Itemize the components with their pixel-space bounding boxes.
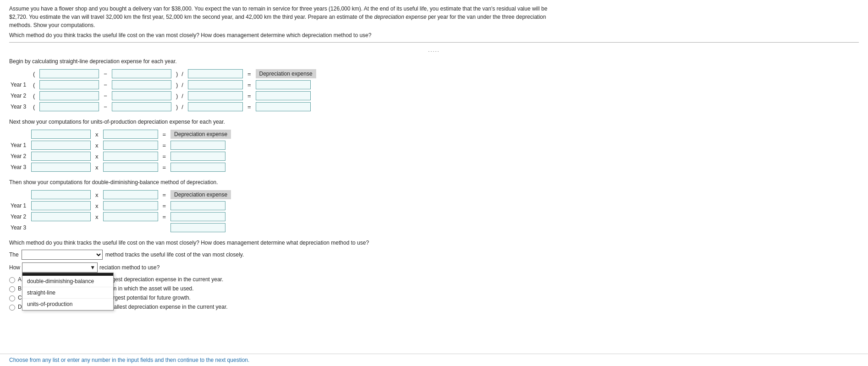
radio-row-b: B ciation method that reflects the patte…	[9, 285, 859, 292]
how-suffix: reciation method to use?	[99, 264, 159, 271]
uop-y2-input1[interactable]	[31, 152, 91, 161]
the-label: The	[9, 251, 19, 258]
ddb-header-input2[interactable]	[103, 190, 158, 199]
how-dropdown-trigger[interactable]: ▼	[22, 262, 98, 273]
uop-table: x = Depreciation expense Year 1 x = Year…	[9, 129, 232, 173]
radio-row-a: A reciation method that charges the larg…	[9, 276, 859, 283]
straight-line-table: ( − )/ = Depreciation expense Year 1 ( −…	[9, 68, 318, 112]
radio-c-prefix: C	[18, 295, 22, 301]
question-text: Which method do you think tracks the use…	[9, 32, 859, 38]
dropdown-item-ddb[interactable]: double-diminishing-balance	[22, 276, 113, 287]
sl-y3-input3[interactable]	[188, 102, 243, 111]
ddb-y2-input1[interactable]	[31, 212, 91, 221]
ddb-depr-header: Depreciation expense	[170, 190, 231, 199]
sl-y1-input1[interactable]	[39, 80, 99, 89]
which-method-question: Which method do you think tracks the use…	[9, 240, 859, 246]
uop-label: Next show your computations for units-of…	[9, 119, 859, 125]
uop-y2-input2[interactable]	[103, 152, 158, 161]
uop-y3-result[interactable]	[170, 163, 225, 172]
ddb-y2-input2[interactable]	[103, 212, 158, 221]
uop-header-input2[interactable]	[103, 130, 158, 139]
method-suffix: method tracks the useful life cost of th…	[105, 251, 244, 258]
sl-header-input3[interactable]	[188, 69, 243, 78]
uop-y3-input2[interactable]	[103, 163, 158, 172]
ddb-y1-input1[interactable]	[31, 201, 91, 210]
dropdown-item-sl[interactable]: straight-line	[22, 287, 113, 299]
radio-d-prefix: D	[18, 304, 22, 310]
chevron-down-icon: ▼	[90, 264, 95, 271]
uop-header-input1[interactable]	[31, 130, 91, 139]
uop-y1-input1[interactable]	[31, 141, 91, 150]
sl-y2-result[interactable]	[256, 91, 311, 100]
how-prefix: How	[9, 264, 20, 271]
sl-y3-result[interactable]	[256, 102, 311, 111]
sl-depr-header: Depreciation expense	[256, 69, 316, 78]
how-dropdown-list: double-diminishing-balance straight-line…	[22, 273, 114, 311]
ddb-year3-label: Year 3	[9, 222, 30, 233]
dropdown-item-uop[interactable]: units-of-production	[22, 299, 113, 310]
radio-row-c: C ciation method that gives them the lar…	[9, 295, 859, 301]
sl-year1-label: Year 1	[9, 79, 30, 90]
ddb-y1-result[interactable]	[170, 201, 225, 210]
straight-line-label: Begin by calculating straight-line depre…	[9, 58, 859, 65]
sl-y2-input1[interactable]	[39, 91, 99, 100]
radio-a[interactable]	[9, 277, 15, 283]
sl-year2-label: Year 2	[9, 90, 30, 101]
sl-y2-input3[interactable]	[188, 91, 243, 100]
how-dropdown-container: ▼ double-diminishing-balance straight-li…	[22, 262, 98, 273]
ddb-year2-label: Year 2	[9, 211, 30, 222]
uop-year2-label: Year 2	[9, 151, 30, 162]
ddb-label: Then show your computations for double-d…	[9, 179, 859, 186]
sl-y3-input1[interactable]	[39, 102, 99, 111]
uop-depr-header: Depreciation expense	[170, 130, 231, 139]
bottom-section: Which method do you think tracks the use…	[9, 240, 859, 311]
radio-b[interactable]	[9, 286, 15, 292]
uop-y3-input1[interactable]	[31, 163, 91, 172]
radio-row-d: D reciation method that charges the smal…	[9, 304, 859, 311]
ddb-y2-result[interactable]	[170, 212, 225, 221]
ddb-y3-result[interactable]	[170, 223, 225, 232]
how-row: How ▼ double-diminishing-balance straigh…	[9, 262, 859, 273]
sl-y1-input3[interactable]	[188, 80, 243, 89]
method-select[interactable]: double-diminishing-balance straight-line…	[22, 250, 103, 260]
uop-year1-label: Year 1	[9, 140, 30, 151]
sl-year3-label: Year 3	[9, 101, 30, 112]
radio-options: A reciation method that charges the larg…	[9, 276, 859, 311]
sl-y1-result[interactable]	[256, 80, 311, 89]
sl-y1-input2[interactable]	[112, 80, 171, 89]
intro-text: Assume you have a flower shop and you bo…	[9, 5, 559, 29]
ddb-table: x = Depreciation expense Year 1 x = Year…	[9, 189, 232, 233]
uop-y2-result[interactable]	[170, 152, 225, 161]
radio-b-prefix: B	[18, 285, 22, 292]
radio-c[interactable]	[9, 295, 15, 301]
radio-d[interactable]	[9, 305, 15, 311]
uop-year3-label: Year 3	[9, 162, 30, 173]
radio-a-prefix: A	[18, 276, 21, 283]
uop-y1-input2[interactable]	[103, 141, 158, 150]
sl-header-input1[interactable]	[39, 69, 99, 78]
sl-y3-input2[interactable]	[112, 102, 171, 111]
divider	[9, 42, 859, 43]
sl-y2-input2[interactable]	[112, 91, 171, 100]
sl-header-input2[interactable]	[112, 69, 171, 78]
ddb-y1-input2[interactable]	[103, 201, 158, 210]
ddb-header-input1[interactable]	[31, 190, 91, 199]
the-method-row: The double-diminishing-balance straight-…	[9, 250, 859, 260]
ddb-year1-label: Year 1	[9, 200, 30, 211]
uop-y1-result[interactable]	[170, 141, 225, 150]
dots: .....	[9, 47, 859, 53]
